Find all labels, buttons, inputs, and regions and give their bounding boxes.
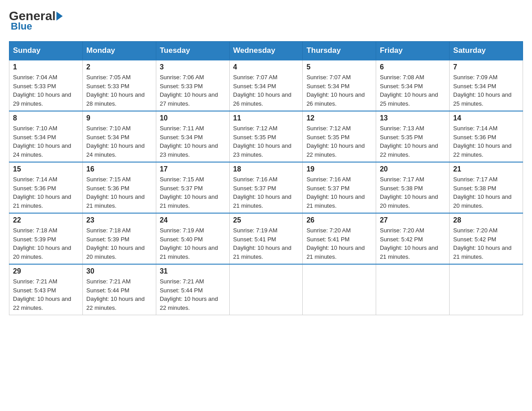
empty-cell [229,264,303,315]
column-header-sunday: Sunday [9,42,83,60]
column-header-thursday: Thursday [303,42,376,60]
day-cell-10: 10 Sunrise: 7:11 AM Sunset: 5:34 PM Dayl… [156,111,229,162]
day-cell-1: 1 Sunrise: 7:04 AM Sunset: 5:33 PM Dayli… [9,60,83,111]
empty-cell [303,264,376,315]
day-info: Sunrise: 7:06 AM Sunset: 5:33 PM Dayligh… [160,73,226,108]
day-cell-9: 9 Sunrise: 7:10 AM Sunset: 5:34 PM Dayli… [82,111,156,162]
day-cell-12: 12 Sunrise: 7:12 AM Sunset: 5:35 PM Dayl… [303,111,376,162]
day-info: Sunrise: 7:08 AM Sunset: 5:34 PM Dayligh… [380,73,446,108]
day-cell-29: 29 Sunrise: 7:21 AM Sunset: 5:43 PM Dayl… [9,264,83,315]
column-header-monday: Monday [82,42,156,60]
column-header-friday: Friday [376,42,450,60]
day-number: 13 [380,114,446,122]
day-number: 19 [306,165,372,173]
day-number: 6 [380,63,446,71]
day-number: 9 [86,114,152,122]
calendar-header-row: SundayMondayTuesdayWednesdayThursdayFrid… [9,42,523,60]
day-cell-23: 23 Sunrise: 7:18 AM Sunset: 5:39 PM Dayl… [82,213,156,264]
day-cell-31: 31 Sunrise: 7:21 AM Sunset: 5:44 PM Dayl… [156,264,229,315]
day-cell-2: 2 Sunrise: 7:05 AM Sunset: 5:33 PM Dayli… [82,60,156,111]
day-cell-17: 17 Sunrise: 7:15 AM Sunset: 5:37 PM Dayl… [156,162,229,213]
day-cell-11: 11 Sunrise: 7:12 AM Sunset: 5:35 PM Dayl… [229,111,303,162]
day-info: Sunrise: 7:13 AM Sunset: 5:35 PM Dayligh… [380,124,446,159]
day-number: 31 [160,267,226,275]
day-cell-5: 5 Sunrise: 7:07 AM Sunset: 5:34 PM Dayli… [303,60,376,111]
week-row-3: 15 Sunrise: 7:14 AM Sunset: 5:36 PM Dayl… [9,162,523,213]
day-cell-7: 7 Sunrise: 7:09 AM Sunset: 5:34 PM Dayli… [450,60,523,111]
logo: General Blue [9,9,64,32]
day-info: Sunrise: 7:12 AM Sunset: 5:35 PM Dayligh… [306,124,372,159]
week-row-1: 1 Sunrise: 7:04 AM Sunset: 5:33 PM Dayli… [9,60,523,111]
day-info: Sunrise: 7:12 AM Sunset: 5:35 PM Dayligh… [233,124,299,159]
day-number: 27 [380,216,446,224]
day-info: Sunrise: 7:18 AM Sunset: 5:39 PM Dayligh… [13,226,79,261]
day-cell-6: 6 Sunrise: 7:08 AM Sunset: 5:34 PM Dayli… [376,60,450,111]
day-info: Sunrise: 7:20 AM Sunset: 5:42 PM Dayligh… [453,226,519,261]
empty-cell [450,264,523,315]
day-cell-19: 19 Sunrise: 7:16 AM Sunset: 5:37 PM Dayl… [303,162,376,213]
day-info: Sunrise: 7:15 AM Sunset: 5:36 PM Dayligh… [86,175,152,210]
day-info: Sunrise: 7:18 AM Sunset: 5:39 PM Dayligh… [86,226,152,261]
day-number: 21 [453,165,519,173]
day-cell-8: 8 Sunrise: 7:10 AM Sunset: 5:34 PM Dayli… [9,111,83,162]
day-cell-20: 20 Sunrise: 7:17 AM Sunset: 5:38 PM Dayl… [376,162,450,213]
day-number: 5 [306,63,372,71]
logo-blue: Blue [11,21,32,32]
day-number: 2 [86,63,152,71]
column-header-tuesday: Tuesday [156,42,229,60]
column-header-wednesday: Wednesday [229,42,303,60]
day-cell-3: 3 Sunrise: 7:06 AM Sunset: 5:33 PM Dayli… [156,60,229,111]
day-cell-4: 4 Sunrise: 7:07 AM Sunset: 5:34 PM Dayli… [229,60,303,111]
day-number: 24 [160,216,226,224]
page-header: General Blue [9,9,523,32]
day-info: Sunrise: 7:16 AM Sunset: 5:37 PM Dayligh… [306,175,372,210]
day-number: 30 [86,267,152,275]
day-cell-13: 13 Sunrise: 7:13 AM Sunset: 5:35 PM Dayl… [376,111,450,162]
day-number: 20 [380,165,446,173]
day-cell-28: 28 Sunrise: 7:20 AM Sunset: 5:42 PM Dayl… [450,213,523,264]
day-cell-21: 21 Sunrise: 7:17 AM Sunset: 5:38 PM Dayl… [450,162,523,213]
day-info: Sunrise: 7:10 AM Sunset: 5:34 PM Dayligh… [13,124,79,159]
day-cell-22: 22 Sunrise: 7:18 AM Sunset: 5:39 PM Dayl… [9,213,83,264]
day-info: Sunrise: 7:14 AM Sunset: 5:36 PM Dayligh… [13,175,79,210]
column-header-saturday: Saturday [450,42,523,60]
day-cell-15: 15 Sunrise: 7:14 AM Sunset: 5:36 PM Dayl… [9,162,83,213]
day-info: Sunrise: 7:17 AM Sunset: 5:38 PM Dayligh… [453,175,519,210]
day-number: 4 [233,63,299,71]
week-row-2: 8 Sunrise: 7:10 AM Sunset: 5:34 PM Dayli… [9,111,523,162]
day-info: Sunrise: 7:16 AM Sunset: 5:37 PM Dayligh… [233,175,299,210]
day-info: Sunrise: 7:17 AM Sunset: 5:38 PM Dayligh… [380,175,446,210]
day-number: 7 [453,63,519,71]
day-info: Sunrise: 7:20 AM Sunset: 5:41 PM Dayligh… [306,226,372,261]
day-number: 15 [13,165,79,173]
day-number: 11 [233,114,299,122]
day-info: Sunrise: 7:07 AM Sunset: 5:34 PM Dayligh… [306,73,372,108]
day-info: Sunrise: 7:07 AM Sunset: 5:34 PM Dayligh… [233,73,299,108]
day-cell-16: 16 Sunrise: 7:15 AM Sunset: 5:36 PM Dayl… [82,162,156,213]
day-info: Sunrise: 7:21 AM Sunset: 5:44 PM Dayligh… [86,277,152,312]
day-info: Sunrise: 7:21 AM Sunset: 5:43 PM Dayligh… [13,277,79,312]
empty-cell [376,264,450,315]
day-cell-24: 24 Sunrise: 7:19 AM Sunset: 5:40 PM Dayl… [156,213,229,264]
day-cell-27: 27 Sunrise: 7:20 AM Sunset: 5:42 PM Dayl… [376,213,450,264]
day-info: Sunrise: 7:09 AM Sunset: 5:34 PM Dayligh… [453,73,519,108]
day-info: Sunrise: 7:04 AM Sunset: 5:33 PM Dayligh… [13,73,79,108]
week-row-4: 22 Sunrise: 7:18 AM Sunset: 5:39 PM Dayl… [9,213,523,264]
day-cell-14: 14 Sunrise: 7:14 AM Sunset: 5:36 PM Dayl… [450,111,523,162]
day-info: Sunrise: 7:21 AM Sunset: 5:44 PM Dayligh… [160,277,226,312]
day-info: Sunrise: 7:19 AM Sunset: 5:41 PM Dayligh… [233,226,299,261]
day-info: Sunrise: 7:19 AM Sunset: 5:40 PM Dayligh… [160,226,226,261]
day-number: 16 [86,165,152,173]
day-number: 8 [13,114,79,122]
day-cell-25: 25 Sunrise: 7:19 AM Sunset: 5:41 PM Dayl… [229,213,303,264]
day-number: 22 [13,216,79,224]
day-number: 18 [233,165,299,173]
day-info: Sunrise: 7:11 AM Sunset: 5:34 PM Dayligh… [160,124,226,159]
day-number: 17 [160,165,226,173]
day-cell-30: 30 Sunrise: 7:21 AM Sunset: 5:44 PM Dayl… [82,264,156,315]
day-number: 25 [233,216,299,224]
day-number: 23 [86,216,152,224]
week-row-5: 29 Sunrise: 7:21 AM Sunset: 5:43 PM Dayl… [9,264,523,315]
day-number: 26 [306,216,372,224]
day-info: Sunrise: 7:10 AM Sunset: 5:34 PM Dayligh… [86,124,152,159]
